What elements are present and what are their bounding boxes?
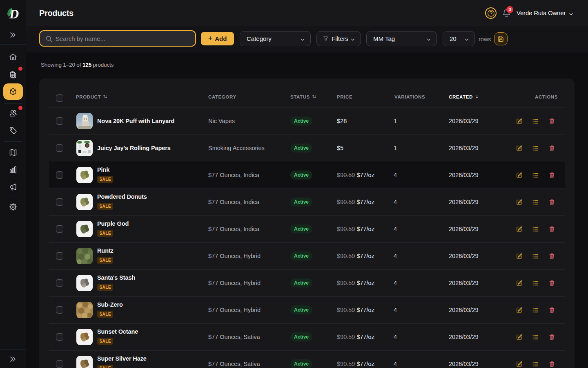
svg-text:D: D [9,7,19,21]
